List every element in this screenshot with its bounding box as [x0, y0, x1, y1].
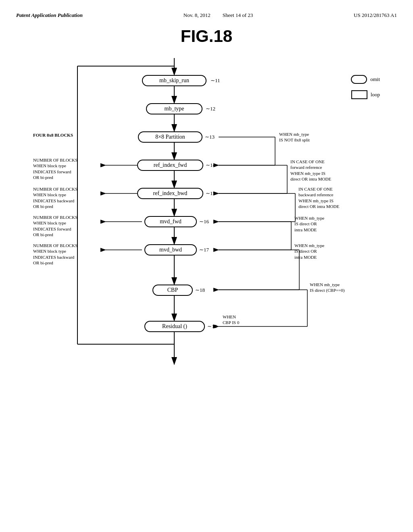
annot-when-cbp-0: WHENCBP IS 0	[223, 314, 239, 326]
box-residual-label: Residual ()	[162, 323, 187, 330]
box-mb-skip-run: mb_skip_run	[142, 75, 206, 86]
diagram-svg	[25, 58, 388, 481]
num-13: ∼13	[205, 134, 215, 140]
box-mvd-fwd-label: mvd_fwd	[160, 218, 181, 225]
box-ref-index-fwd-label: ref_index_fwd	[154, 162, 187, 168]
box-mb-skip-run-label: mb_skip_run	[159, 77, 189, 84]
page-header: Patent Application Publication Nov. 8, 2…	[16, 12, 397, 19]
annot-when-not-8x8: WHEN mb_typeIS NOT 8x8 split	[279, 131, 310, 143]
legend-omit: omit	[351, 75, 380, 84]
legend-loop-box	[351, 90, 367, 99]
box-mb-type-label: mb_type	[165, 106, 184, 112]
figure-title: FIG.18	[16, 27, 397, 46]
legend-loop: loop	[351, 90, 380, 99]
annot-when-direct-cbp: WHEN mb_typeIS direct (CBP==0)	[310, 282, 344, 293]
num-14: ∼14	[206, 162, 215, 168]
legend-omit-label: omit	[370, 76, 380, 83]
num-18: ∼18	[195, 287, 205, 293]
box-mvd-bwd: mvd_bwd	[144, 244, 197, 256]
num-17: ∼17	[199, 247, 209, 253]
num-15: ∼15	[206, 190, 215, 197]
box-cbp: CBP	[152, 285, 193, 296]
annot-in-case-bwd: IN CASE OF ONEbackward referenceWHEN mb_…	[298, 186, 339, 209]
annot-num-blocks-fwd: NUMBER OF BLOCKSWHEN block typeINDICATES…	[33, 157, 77, 180]
num-12: ∼12	[206, 106, 215, 112]
annot-num-blocks-mvd-bwd: NUMBER OF BLOCKSWHEN block typeINDICATES…	[33, 243, 77, 266]
page: Patent Application Publication Nov. 8, 2…	[0, 0, 413, 532]
header-sheet: Sheet 14 of 23	[223, 12, 253, 19]
box-partition: 8×8 Partition	[138, 131, 202, 143]
box-residual: Residual ()	[144, 321, 205, 332]
box-ref-index-bwd-label: ref_index_bwd	[153, 190, 188, 197]
annot-num-blocks-bwd: NUMBER OF BLOCKSWHEN block typeINDICATES…	[33, 186, 77, 209]
header-patent: US 2012/281763 A1	[354, 12, 397, 19]
annot-in-case-fwd: IN CASE OF ONEforward referenceWHEN mb_t…	[290, 159, 331, 182]
legend-loop-label: loop	[371, 91, 380, 98]
num-11: ∼11	[211, 77, 220, 84]
num-16: ∼16	[199, 218, 209, 225]
num-19: ∼19	[207, 323, 217, 330]
header-publication: Patent Application Publication	[16, 12, 83, 19]
header-date: Nov. 8, 2012	[184, 12, 211, 19]
legend-omit-box	[351, 75, 367, 84]
annot-num-blocks-mvd-fwd: NUMBER OF BLOCKSWHEN block typeINDICATES…	[33, 214, 77, 237]
box-ref-index-bwd: ref_index_bwd	[137, 188, 203, 199]
box-cbp-label: CBP	[167, 287, 178, 293]
box-mvd-fwd: mvd_fwd	[144, 216, 197, 227]
box-mvd-bwd-label: mvd_bwd	[159, 247, 182, 253]
annot-four-8x8: FOUR 8x8 BLOCKS	[33, 132, 73, 138]
header-center: Nov. 8, 2012 Sheet 14 of 23	[184, 12, 253, 19]
box-partition-label: 8×8 Partition	[155, 134, 185, 140]
box-mb-type: mb_type	[146, 103, 202, 114]
annot-when-direct-fwd: WHEN mb_typeIS direct ORintra MODE	[294, 215, 324, 233]
box-ref-index-fwd: ref_index_fwd	[137, 160, 203, 171]
annot-when-direct-bwd: WHEN mb_typeIS direct ORintra MODE	[294, 243, 324, 260]
diagram-area: omit loop mb_skip_run ∼11 mb_type ∼12 8×…	[25, 58, 388, 481]
